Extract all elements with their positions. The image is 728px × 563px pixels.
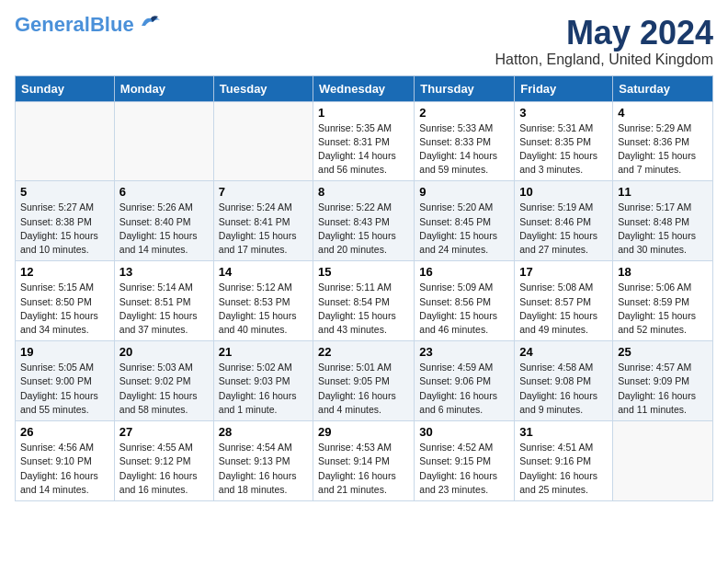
day-number: 5: [20, 185, 109, 199]
day-number: 18: [618, 265, 708, 279]
day-info: Sunrise: 4:58 AMSunset: 9:08 PMDaylight:…: [519, 361, 608, 417]
location: Hatton, England, United Kingdom: [495, 52, 713, 68]
month-title: May 2024: [495, 15, 713, 52]
day-cell: 6Sunrise: 5:26 AMSunset: 8:40 PMDaylight…: [114, 181, 213, 261]
day-number: 10: [519, 185, 608, 199]
day-cell: 31Sunrise: 4:51 AMSunset: 9:16 PMDayligh…: [515, 421, 613, 501]
day-info: Sunrise: 5:05 AMSunset: 9:00 PMDaylight:…: [20, 361, 109, 417]
logo-text: GeneralBlue: [15, 15, 134, 35]
header-tuesday: Tuesday: [213, 75, 313, 101]
week-row-4: 19Sunrise: 5:05 AMSunset: 9:00 PMDayligh…: [16, 341, 713, 421]
calendar-table: SundayMondayTuesdayWednesdayThursdayFrid…: [15, 75, 713, 501]
day-number: 4: [618, 106, 708, 120]
day-cell: 1Sunrise: 5:35 AMSunset: 8:31 PMDaylight…: [313, 101, 415, 181]
day-cell: 4Sunrise: 5:29 AMSunset: 8:36 PMDaylight…: [613, 101, 713, 181]
day-cell: [114, 101, 213, 181]
day-info: Sunrise: 5:26 AMSunset: 8:40 PMDaylight:…: [119, 201, 209, 257]
day-cell: 30Sunrise: 4:52 AMSunset: 9:15 PMDayligh…: [415, 421, 515, 501]
day-number: 8: [318, 185, 409, 199]
day-info: Sunrise: 5:24 AMSunset: 8:41 PMDaylight:…: [219, 201, 308, 257]
day-info: Sunrise: 4:57 AMSunset: 9:09 PMDaylight:…: [618, 361, 708, 417]
day-cell: 5Sunrise: 5:27 AMSunset: 8:38 PMDaylight…: [16, 181, 115, 261]
day-number: 27: [119, 425, 209, 439]
day-info: Sunrise: 5:06 AMSunset: 8:59 PMDaylight:…: [618, 281, 708, 337]
day-number: 6: [119, 185, 209, 199]
day-info: Sunrise: 5:09 AMSunset: 8:56 PMDaylight:…: [419, 281, 509, 337]
day-info: Sunrise: 5:33 AMSunset: 8:33 PMDaylight:…: [419, 121, 509, 178]
header-saturday: Saturday: [613, 75, 713, 101]
day-cell: [613, 421, 713, 501]
day-cell: [213, 101, 313, 181]
day-info: Sunrise: 5:14 AMSunset: 8:51 PMDaylight:…: [119, 281, 209, 337]
day-cell: 13Sunrise: 5:14 AMSunset: 8:51 PMDayligh…: [114, 261, 213, 341]
day-number: 24: [519, 345, 608, 359]
day-number: 20: [119, 345, 209, 359]
day-number: 21: [219, 345, 308, 359]
day-cell: 7Sunrise: 5:24 AMSunset: 8:41 PMDaylight…: [213, 181, 313, 261]
logo-bird-icon: [138, 13, 164, 29]
logo-general: General: [15, 13, 90, 36]
day-info: Sunrise: 5:15 AMSunset: 8:50 PMDaylight:…: [20, 281, 109, 337]
day-info: Sunrise: 4:52 AMSunset: 9:15 PMDaylight:…: [419, 441, 509, 497]
day-info: Sunrise: 4:54 AMSunset: 9:13 PMDaylight:…: [219, 441, 308, 497]
header-thursday: Thursday: [415, 75, 515, 101]
day-cell: 24Sunrise: 4:58 AMSunset: 9:08 PMDayligh…: [515, 341, 613, 421]
day-cell: [16, 101, 115, 181]
day-info: Sunrise: 5:35 AMSunset: 8:31 PMDaylight:…: [318, 121, 409, 178]
day-cell: 11Sunrise: 5:17 AMSunset: 8:48 PMDayligh…: [613, 181, 713, 261]
day-info: Sunrise: 5:17 AMSunset: 8:48 PMDaylight:…: [618, 201, 708, 257]
day-number: 13: [119, 265, 209, 279]
day-number: 26: [20, 425, 109, 439]
day-number: 31: [519, 425, 608, 439]
day-info: Sunrise: 4:53 AMSunset: 9:14 PMDaylight:…: [318, 441, 409, 497]
day-cell: 20Sunrise: 5:03 AMSunset: 9:02 PMDayligh…: [114, 341, 213, 421]
day-info: Sunrise: 5:22 AMSunset: 8:43 PMDaylight:…: [318, 201, 409, 257]
day-cell: 29Sunrise: 4:53 AMSunset: 9:14 PMDayligh…: [313, 421, 415, 501]
day-info: Sunrise: 5:03 AMSunset: 9:02 PMDaylight:…: [119, 361, 209, 417]
day-number: 11: [618, 185, 708, 199]
day-info: Sunrise: 5:02 AMSunset: 9:03 PMDaylight:…: [219, 361, 308, 417]
day-cell: 15Sunrise: 5:11 AMSunset: 8:54 PMDayligh…: [313, 261, 415, 341]
day-info: Sunrise: 5:20 AMSunset: 8:45 PMDaylight:…: [419, 201, 509, 257]
day-cell: 14Sunrise: 5:12 AMSunset: 8:53 PMDayligh…: [213, 261, 313, 341]
title-area: May 2024 Hatton, England, United Kingdom: [495, 15, 713, 68]
week-row-3: 12Sunrise: 5:15 AMSunset: 8:50 PMDayligh…: [16, 261, 713, 341]
day-number: 16: [419, 265, 509, 279]
day-info: Sunrise: 5:29 AMSunset: 8:36 PMDaylight:…: [618, 121, 708, 178]
day-cell: 16Sunrise: 5:09 AMSunset: 8:56 PMDayligh…: [415, 261, 515, 341]
day-info: Sunrise: 5:19 AMSunset: 8:46 PMDaylight:…: [519, 201, 608, 257]
day-info: Sunrise: 5:12 AMSunset: 8:53 PMDaylight:…: [219, 281, 308, 337]
day-cell: 28Sunrise: 4:54 AMSunset: 9:13 PMDayligh…: [213, 421, 313, 501]
calendar-header-row: SundayMondayTuesdayWednesdayThursdayFrid…: [16, 75, 713, 101]
day-info: Sunrise: 5:31 AMSunset: 8:35 PMDaylight:…: [519, 121, 608, 178]
day-cell: 8Sunrise: 5:22 AMSunset: 8:43 PMDaylight…: [313, 181, 415, 261]
day-cell: 25Sunrise: 4:57 AMSunset: 9:09 PMDayligh…: [613, 341, 713, 421]
header: GeneralBlue May 2024 Hatton, England, Un…: [15, 15, 713, 68]
day-info: Sunrise: 4:56 AMSunset: 9:10 PMDaylight:…: [20, 441, 109, 497]
day-info: Sunrise: 5:01 AMSunset: 9:05 PMDaylight:…: [318, 361, 409, 417]
day-number: 29: [318, 425, 409, 439]
day-number: 12: [20, 265, 109, 279]
day-cell: 10Sunrise: 5:19 AMSunset: 8:46 PMDayligh…: [515, 181, 613, 261]
day-info: Sunrise: 5:27 AMSunset: 8:38 PMDaylight:…: [20, 201, 109, 257]
logo: GeneralBlue: [15, 15, 164, 35]
week-row-1: 1Sunrise: 5:35 AMSunset: 8:31 PMDaylight…: [16, 101, 713, 181]
header-wednesday: Wednesday: [313, 75, 415, 101]
day-number: 14: [219, 265, 308, 279]
header-friday: Friday: [515, 75, 613, 101]
header-sunday: Sunday: [16, 75, 115, 101]
day-cell: 19Sunrise: 5:05 AMSunset: 9:00 PMDayligh…: [16, 341, 115, 421]
week-row-5: 26Sunrise: 4:56 AMSunset: 9:10 PMDayligh…: [16, 421, 713, 501]
day-number: 3: [519, 106, 608, 120]
day-number: 15: [318, 265, 409, 279]
logo-blue: Blue: [90, 13, 134, 36]
day-number: 25: [618, 345, 708, 359]
day-cell: 12Sunrise: 5:15 AMSunset: 8:50 PMDayligh…: [16, 261, 115, 341]
day-info: Sunrise: 4:51 AMSunset: 9:16 PMDaylight:…: [519, 441, 608, 497]
day-number: 23: [419, 345, 509, 359]
week-row-2: 5Sunrise: 5:27 AMSunset: 8:38 PMDaylight…: [16, 181, 713, 261]
day-number: 2: [419, 106, 509, 120]
day-number: 9: [419, 185, 509, 199]
day-cell: 18Sunrise: 5:06 AMSunset: 8:59 PMDayligh…: [613, 261, 713, 341]
day-number: 30: [419, 425, 509, 439]
